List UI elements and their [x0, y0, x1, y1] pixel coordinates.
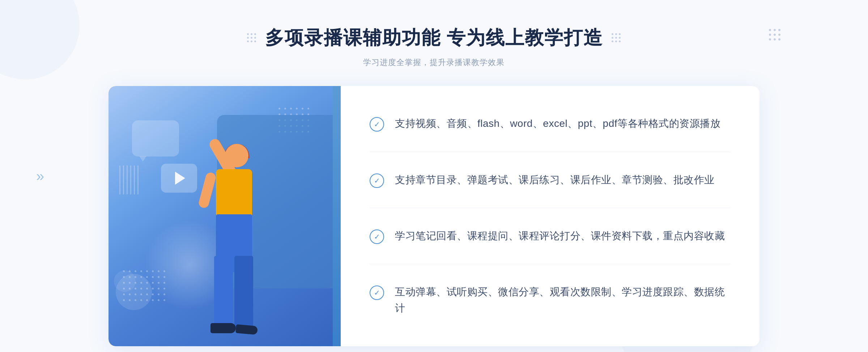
- feature-item-2: ✓ 支持章节目录、弹题考试、课后练习、课后作业、章节测验、批改作业: [370, 168, 731, 192]
- title-row: 多项录播课辅助功能 专为线上教学打造: [247, 25, 621, 51]
- left-deco-dots: [247, 33, 256, 43]
- figure-shoe-right: [235, 324, 258, 335]
- check-icon-4: ✓: [370, 286, 384, 300]
- illustration-panel: «: [109, 86, 333, 346]
- right-page-deco-dots: [769, 29, 781, 41]
- feature-text-3: 学习笔记回看、课程提问、课程评论打分、课件资料下载，重点内容收藏: [395, 228, 725, 244]
- main-card: «: [109, 86, 760, 346]
- content-area: «: [109, 86, 760, 346]
- check-mark-4: ✓: [374, 289, 380, 296]
- feature-item-1: ✓ 支持视频、音频、flash、word、excel、ppt、pdf等各种格式的…: [370, 112, 731, 136]
- figure-arm-down: [198, 171, 217, 209]
- check-mark-1: ✓: [374, 121, 380, 128]
- figure-torso: [216, 169, 252, 216]
- left-panel-dots-bottom: [123, 270, 167, 303]
- sub-title: 学习进度全掌握，提升录播课教学效果: [247, 57, 621, 68]
- blue-divider: [333, 86, 341, 346]
- feature-text-4: 互动弹幕、试听购买、微信分享、观看次数限制、学习进度跟踪、数据统计: [395, 284, 731, 317]
- header-section: 多项录播课辅助功能 专为线上教学打造 学习进度全掌握，提升录播课教学效果: [247, 0, 621, 79]
- lines-deco: [119, 166, 141, 194]
- feature-text-2: 支持章节目录、弹题考试、课后练习、课后作业、章节测验、批改作业: [395, 172, 715, 188]
- figure-leg-left: [214, 256, 233, 328]
- bg-circle-top-left: [0, 0, 80, 80]
- feature-text-1: 支持视频、音频、flash、word、excel、ppt、pdf等各种格式的资源…: [395, 116, 720, 132]
- figure-illustration: [174, 144, 290, 346]
- separator-1: [370, 152, 731, 152]
- feature-item-3: ✓ 学习笔记回看、课程提问、课程评论打分、课件资料下载，重点内容收藏: [370, 224, 731, 248]
- speech-bubble: [132, 120, 179, 156]
- check-icon-2: ✓: [370, 173, 384, 188]
- check-icon-1: ✓: [370, 117, 384, 132]
- check-icon-3: ✓: [370, 229, 384, 244]
- check-mark-3: ✓: [374, 233, 380, 240]
- page-container: 多项录播课辅助功能 专为线上教学打造 学习进度全掌握，提升录播课教学效果 »: [0, 0, 868, 352]
- right-deco-dots: [612, 33, 621, 43]
- separator-2: [370, 208, 731, 208]
- features-panel: ✓ 支持视频、音频、flash、word、excel、ppt、pdf等各种格式的…: [341, 86, 760, 346]
- separator-3: [370, 264, 731, 264]
- figure-leg-right: [234, 256, 253, 328]
- check-mark-2: ✓: [374, 177, 380, 184]
- figure-shoe-left: [210, 323, 236, 333]
- feature-item-4: ✓ 互动弹幕、试听购买、微信分享、观看次数限制、学习进度跟踪、数据统计: [370, 280, 731, 320]
- page-left-arrows: »: [36, 168, 41, 184]
- main-title: 多项录播课辅助功能 专为线上教学打造: [265, 25, 603, 51]
